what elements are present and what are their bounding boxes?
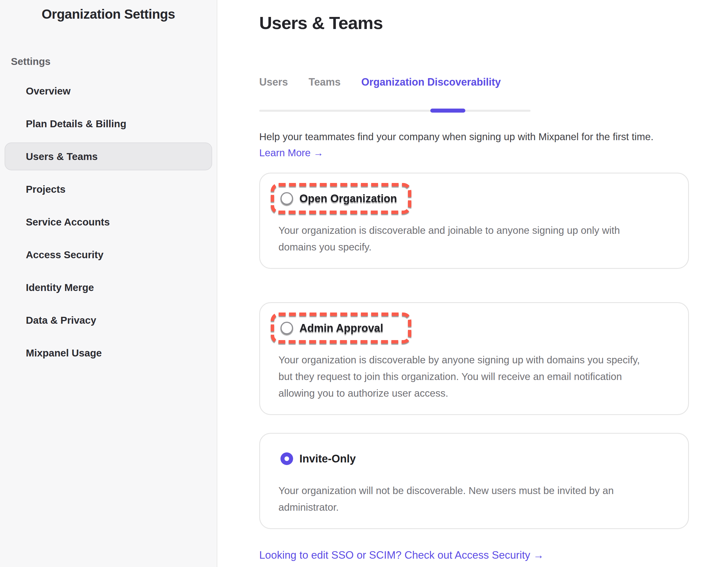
sidebar-item-service-accounts[interactable]: Service Accounts: [5, 208, 212, 236]
radio-open-organization[interactable]: [280, 192, 293, 205]
sidebar: Organization Settings Settings Overview …: [0, 0, 217, 567]
option-description-admin-approval: Your organization is discoverable by any…: [278, 352, 643, 402]
sidebar-nav: Overview Plan Details & Billing Users & …: [5, 77, 212, 367]
radio-invite-only[interactable]: [280, 452, 293, 465]
annotation-box-open-organization: Open Organization: [271, 183, 411, 214]
sidebar-item-plan-details-billing[interactable]: Plan Details & Billing: [5, 110, 212, 138]
tab-bar: Users Teams Organization Discoverability: [259, 76, 689, 88]
option-label-admin-approval[interactable]: Admin Approval: [299, 322, 383, 334]
sidebar-item-access-security[interactable]: Access Security: [5, 241, 212, 268]
option-card-open-organization: Open Organization Your organization is d…: [259, 173, 689, 269]
sidebar-item-mixpanel-usage[interactable]: Mixpanel Usage: [5, 339, 212, 367]
tab-teams[interactable]: Teams: [309, 76, 340, 88]
annotation-box-admin-approval: Admin Approval: [271, 313, 411, 344]
sidebar-section-label: Settings: [11, 56, 212, 67]
option-label-open-organization[interactable]: Open Organization: [299, 192, 397, 205]
organization-settings-page: Organization Settings Settings Overview …: [0, 0, 728, 567]
radio-admin-approval[interactable]: [280, 322, 293, 334]
tab-organization-discoverability[interactable]: Organization Discoverability: [361, 76, 501, 88]
option-label-invite-only[interactable]: Invite-Only: [299, 453, 356, 465]
active-tab-indicator: [430, 109, 465, 113]
sidebar-item-overview[interactable]: Overview: [5, 77, 212, 105]
tab-underline-track: [259, 110, 530, 112]
intro-text: Help your teammates find your company wh…: [259, 131, 689, 142]
sidebar-item-data-privacy[interactable]: Data & Privacy: [5, 306, 212, 334]
sidebar-item-projects[interactable]: Projects: [5, 175, 212, 203]
sidebar-item-users-teams[interactable]: Users & Teams: [5, 142, 212, 170]
main-content: Users & Teams Users Teams Organization D…: [217, 0, 728, 567]
tab-users[interactable]: Users: [259, 76, 288, 88]
sidebar-item-identity-merge[interactable]: Identity Merge: [5, 273, 212, 301]
invite-only-radio-row: Invite-Only: [271, 443, 677, 474]
option-description-open-organization: Your organization is discoverable and jo…: [278, 222, 643, 255]
learn-more-link[interactable]: Learn More →: [259, 147, 324, 158]
option-card-invite-only: Invite-Only Your organization will not b…: [259, 433, 689, 529]
access-security-link[interactable]: Looking to edit SSO or SCIM? Check out A…: [259, 549, 544, 561]
option-description-invite-only: Your organization will not be discoverab…: [278, 482, 643, 516]
page-title: Users & Teams: [259, 13, 689, 33]
option-card-admin-approval: Admin Approval Your organization is disc…: [259, 302, 689, 415]
sidebar-title: Organization Settings: [5, 6, 212, 22]
